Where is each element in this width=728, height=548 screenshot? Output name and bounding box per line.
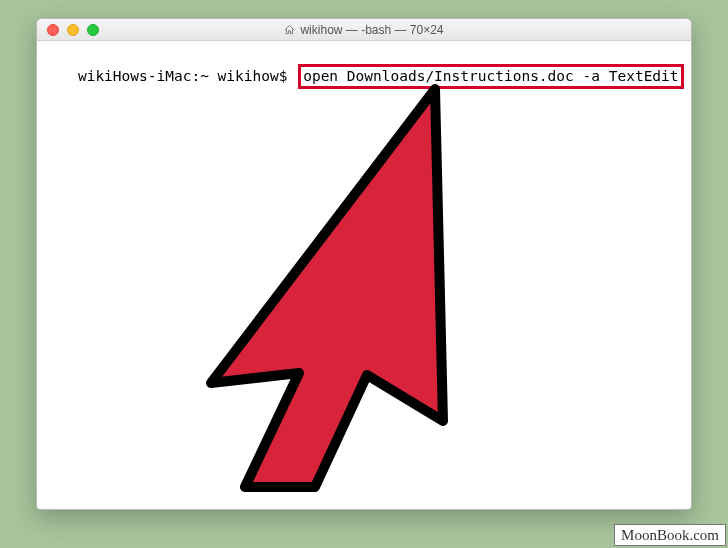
watermark-text: MoonBook.com [621,527,719,543]
terminal-window: wikihow — -bash — 70×24 wikiHows-iMac:~ … [36,18,692,510]
shell-command: open Downloads/Instructions.doc -a TextE… [303,68,678,84]
close-button[interactable] [47,24,59,36]
minimize-button[interactable] [67,24,79,36]
zoom-button[interactable] [87,24,99,36]
watermark: MoonBook.com [614,524,726,546]
home-icon [284,24,295,35]
window-title-text: wikihow — -bash — 70×24 [300,23,443,37]
terminal-body[interactable]: wikiHows-iMac:~ wikihow$ open Downloads/… [37,41,691,509]
window-titlebar: wikihow — -bash — 70×24 [37,19,691,41]
traffic-lights [37,24,99,36]
shell-prompt: wikiHows-iMac:~ wikihow$ [78,68,288,84]
window-title: wikihow — -bash — 70×24 [37,23,691,37]
command-highlight-box: open Downloads/Instructions.doc -a TextE… [298,64,683,89]
